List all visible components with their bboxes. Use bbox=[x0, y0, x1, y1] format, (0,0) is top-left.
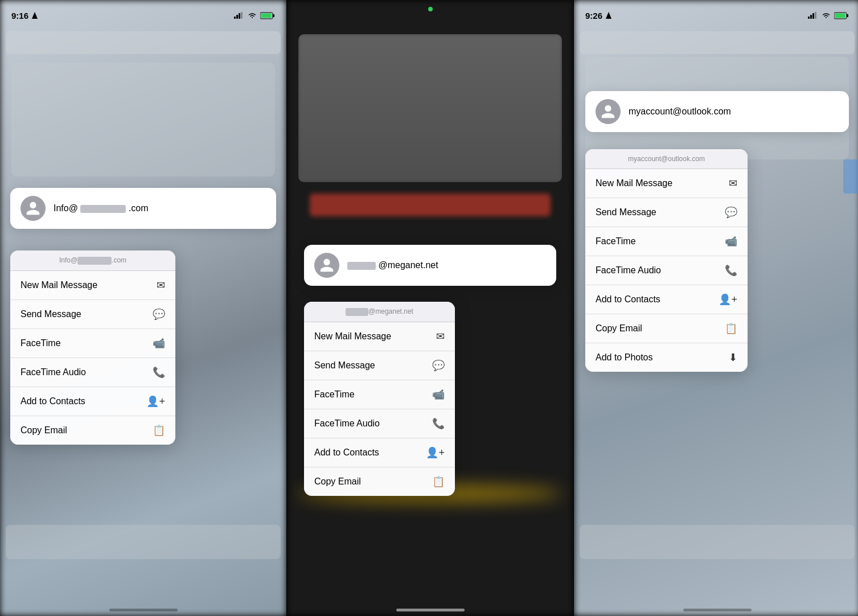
menu-item-send-message-center[interactable]: Send Message 💬 bbox=[304, 351, 455, 380]
svg-rect-12 bbox=[815, 12, 816, 19]
email-address-center: @meganet.net bbox=[347, 260, 438, 270]
svg-rect-15 bbox=[835, 13, 845, 18]
time-right: 9:26 bbox=[585, 11, 611, 20]
copy-icon: 📋 bbox=[725, 322, 737, 335]
phone-panel-right: 9:26 myaccount@outlook.com myaccount@out… bbox=[574, 0, 858, 616]
menu-item-label: New Mail Message bbox=[20, 280, 97, 290]
svg-rect-1 bbox=[234, 17, 236, 19]
phone-panel-center: @meganet.net @meganet.net New Mail Messa… bbox=[287, 0, 573, 616]
copy-icon: 📋 bbox=[153, 424, 165, 437]
svg-rect-7 bbox=[261, 13, 272, 18]
status-icons-right bbox=[808, 12, 849, 19]
menu-item-add-photos-right[interactable]: Add to Photos ⬇ bbox=[585, 343, 748, 372]
menu-item-facetime-audio-center[interactable]: FaceTime Audio 📞 bbox=[304, 409, 455, 438]
message-icon: 💬 bbox=[725, 206, 737, 219]
menu-item-add-contacts-center[interactable]: Add to Contacts 👤+ bbox=[304, 438, 455, 467]
menu-item-label: Copy Email bbox=[596, 323, 642, 334]
message-icon: 💬 bbox=[153, 308, 165, 321]
context-menu-center: @meganet.net New Mail Message ✉ Send Mes… bbox=[304, 302, 455, 496]
menu-item-copy-email-right[interactable]: Copy Email 📋 bbox=[585, 314, 748, 343]
time-left: 9:16 bbox=[11, 11, 38, 20]
menu-item-label: Add to Photos bbox=[596, 352, 653, 363]
menu-item-send-message-right[interactable]: Send Message 💬 bbox=[585, 198, 748, 227]
menu-item-label: Copy Email bbox=[314, 477, 361, 487]
menu-item-label: Send Message bbox=[20, 309, 81, 319]
svg-marker-8 bbox=[606, 12, 611, 19]
green-dot bbox=[428, 7, 433, 11]
menu-item-label: Add to Contacts bbox=[20, 396, 85, 406]
add-contact-icon: 👤+ bbox=[426, 446, 445, 459]
menu-item-label: Send Message bbox=[596, 207, 656, 217]
context-menu-right: myaccount@outlook.com New Mail Message ✉… bbox=[585, 149, 748, 372]
svg-rect-6 bbox=[273, 14, 274, 17]
menu-item-facetime-center[interactable]: FaceTime 📹 bbox=[304, 380, 455, 409]
email-header-card-right: myaccount@outlook.com bbox=[585, 91, 849, 132]
context-menu-left: Info@.com New Mail Message ✉ Send Messag… bbox=[10, 250, 175, 445]
menu-item-label: Send Message bbox=[314, 360, 375, 371]
mail-icon: ✉ bbox=[729, 177, 737, 190]
svg-rect-2 bbox=[236, 15, 238, 19]
menu-item-label: Add to Contacts bbox=[596, 294, 660, 305]
status-icons-left bbox=[234, 12, 275, 19]
facetime-icon: 📹 bbox=[153, 337, 165, 350]
menu-item-facetime-audio-left[interactable]: FaceTime Audio 📞 bbox=[10, 358, 175, 387]
status-bar-left: 9:16 bbox=[0, 0, 286, 25]
avatar-center bbox=[314, 253, 339, 278]
home-indicator-center bbox=[396, 609, 465, 611]
menu-item-label: FaceTime Audio bbox=[596, 265, 661, 276]
email-address-right: myaccount@outlook.com bbox=[629, 106, 731, 117]
message-icon: 💬 bbox=[432, 359, 445, 372]
avatar-left bbox=[20, 196, 46, 221]
menu-item-facetime-left[interactable]: FaceTime 📹 bbox=[10, 329, 175, 358]
menu-item-copy-email-center[interactable]: Copy Email 📋 bbox=[304, 467, 455, 496]
facetime-audio-icon: 📞 bbox=[153, 366, 165, 379]
photos-icon: ⬇ bbox=[729, 351, 737, 364]
menu-item-label: FaceTime Audio bbox=[314, 418, 380, 429]
svg-rect-10 bbox=[810, 15, 812, 19]
menu-header-left: Info@.com bbox=[10, 250, 175, 271]
menu-header-right: myaccount@outlook.com bbox=[585, 149, 748, 169]
menu-item-new-mail-center[interactable]: New Mail Message ✉ bbox=[304, 322, 455, 351]
menu-item-new-mail-right[interactable]: New Mail Message ✉ bbox=[585, 169, 748, 198]
mail-icon: ✉ bbox=[436, 330, 445, 343]
menu-item-label: FaceTime Audio bbox=[20, 367, 86, 377]
menu-item-facetime-right[interactable]: FaceTime 📹 bbox=[585, 227, 748, 256]
svg-rect-11 bbox=[812, 13, 814, 19]
copy-icon: 📋 bbox=[432, 475, 445, 488]
svg-rect-4 bbox=[241, 12, 243, 19]
mail-icon: ✉ bbox=[157, 279, 165, 291]
menu-item-label: New Mail Message bbox=[314, 331, 391, 342]
facetime-icon: 📹 bbox=[725, 235, 737, 248]
add-contact-icon: 👤+ bbox=[719, 293, 737, 306]
menu-item-label: FaceTime bbox=[20, 338, 61, 348]
facetime-audio-icon: 📞 bbox=[432, 417, 445, 430]
email-address-left: Info@ .com bbox=[54, 203, 149, 213]
email-header-card-center: @meganet.net bbox=[304, 245, 556, 286]
svg-rect-9 bbox=[808, 17, 810, 19]
menu-item-label: FaceTime bbox=[596, 236, 636, 247]
email-header-card-left: Info@ .com bbox=[10, 188, 276, 229]
home-indicator-right bbox=[683, 609, 752, 611]
facetime-icon: 📹 bbox=[432, 388, 445, 401]
menu-item-label: FaceTime bbox=[314, 389, 355, 400]
menu-header-center: @meganet.net bbox=[304, 302, 455, 322]
menu-item-facetime-audio-right[interactable]: FaceTime Audio 📞 bbox=[585, 256, 748, 285]
svg-marker-0 bbox=[32, 12, 38, 19]
menu-item-send-message-left[interactable]: Send Message 💬 bbox=[10, 300, 175, 329]
add-contact-icon: 👤+ bbox=[146, 395, 165, 408]
facetime-audio-icon: 📞 bbox=[725, 264, 737, 277]
avatar-right bbox=[596, 99, 621, 124]
menu-item-label: Add to Contacts bbox=[314, 447, 379, 458]
menu-item-label: Copy Email bbox=[20, 425, 67, 436]
menu-item-add-contacts-right[interactable]: Add to Contacts 👤+ bbox=[585, 285, 748, 314]
menu-item-new-mail-left[interactable]: New Mail Message ✉ bbox=[10, 271, 175, 300]
status-bar-right: 9:26 bbox=[574, 0, 858, 25]
svg-rect-14 bbox=[847, 14, 848, 17]
phone-panel-left: 9:16 Info@ .com Info@.com New Mail Messa… bbox=[0, 0, 286, 616]
menu-item-copy-email-left[interactable]: Copy Email 📋 bbox=[10, 416, 175, 445]
svg-rect-3 bbox=[239, 13, 240, 19]
home-indicator-left bbox=[109, 609, 178, 611]
menu-item-add-contacts-left[interactable]: Add to Contacts 👤+ bbox=[10, 387, 175, 416]
menu-item-label: New Mail Message bbox=[596, 178, 672, 188]
